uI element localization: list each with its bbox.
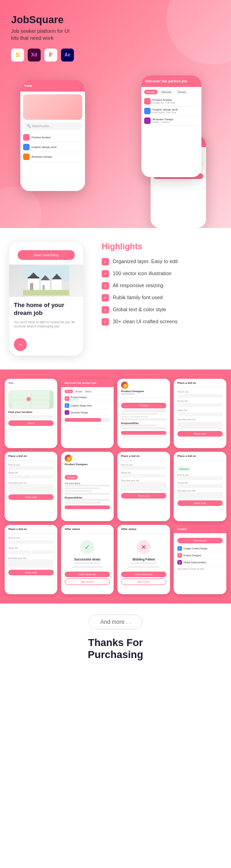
back-to-jobs-btn[interactable]: Back to jobs <box>65 579 110 585</box>
resp2-lines <box>65 499 110 504</box>
screen-project-body: Find new job G Google Content Design P P… <box>174 533 226 573</box>
describe-label: Describe your bid <box>177 418 223 421</box>
job-name-3: Illustrator Design <box>71 411 88 414</box>
place-bid-btn[interactable] <box>65 418 101 422</box>
job-item-1: P Product Analyst Full Time <box>65 395 110 402</box>
screen-offer-failed-body: ✕ Bidding Failed Find a similar job Back… <box>117 534 170 588</box>
screen-map-header: York <box>5 379 57 388</box>
bid2-apply-1 <box>8 475 30 479</box>
location-input <box>8 415 54 419</box>
bid4-desc <box>8 560 54 568</box>
r2-line-1 <box>65 499 110 501</box>
remote-badge: Remote <box>65 475 78 480</box>
job-dot-3: I <box>65 410 69 415</box>
tab-remote: Remote <box>74 390 83 393</box>
s-line-1 <box>74 562 101 564</box>
screens-row-1: York Find your location Search Dis <box>5 379 226 448</box>
phone-main-image <box>23 94 82 120</box>
dream-phone-wrap: Start searching <box>9 242 92 356</box>
highlight-text-4: Rubik family font used <box>113 294 163 301</box>
desc-line-2 <box>121 413 157 415</box>
footer-section: And more . . Thanks For Purchasing <box>0 603 231 672</box>
screen-bid4-body: Post to you Apply bid Describe your bid … <box>5 534 57 578</box>
place-bid-detail-btn[interactable] <box>121 431 166 435</box>
brand-name: JobSquare <box>11 14 220 26</box>
phone-right-item-2: Graphic design work Local found · Part T… <box>144 106 199 116</box>
resp-line-2 <box>121 427 166 429</box>
apply-now-btn[interactable]: Full time <box>121 403 166 408</box>
location-btn[interactable]: Search <box>8 420 54 426</box>
phone-item-dot-1 <box>23 134 30 141</box>
location-label: Find your location <box>8 411 54 413</box>
job-dot-1: P <box>65 396 69 401</box>
screen-bid-body: Post to you Hourly bid Apply bid Describ… <box>174 388 226 439</box>
job-item-2: G Graphic design work <box>65 402 110 409</box>
svg-rect-11 <box>23 290 69 295</box>
success-lines <box>65 562 110 569</box>
thanks-title-line1: Thanks For <box>11 637 220 649</box>
map-visual <box>8 390 54 409</box>
screen-bid-success: Place a bid on Success Post to you Hourl… <box>174 452 226 521</box>
tool-icons-row: S Xd F Ae <box>11 49 220 62</box>
place-bid-submit-btn[interactable]: Place a bid <box>177 431 223 437</box>
job-description-label: Job description <box>121 393 166 395</box>
bid4-apply-a <box>8 550 30 554</box>
screen-bid4-header: Place a bid on <box>5 525 57 534</box>
bid3-submit-btn[interactable]: Place a bid <box>121 493 166 499</box>
dream-arrow-btn[interactable]: → <box>14 338 27 351</box>
project-job-1: G Google Content Design <box>177 545 223 552</box>
screen-bid-success-body: Success Post to you Hourly bid Describe … <box>174 461 226 509</box>
screen-map-body: Find your location Search <box>5 388 57 429</box>
figma-icon: F <box>44 49 57 62</box>
highlight-item-2: ✓ 100 vector icon illustration <box>102 270 222 277</box>
screen-bid-2: Place a bid on Post to you Apply bid Des… <box>5 452 57 521</box>
check-icon-1: ✓ <box>102 258 109 265</box>
highlight-item-3: ✓ All responsive resizing <box>102 282 222 289</box>
project-job-3: D Global Impact product <box>177 559 223 566</box>
screen-discover-header: Discover the perfect job <box>61 379 114 387</box>
project-more-label: And more to show up here <box>177 567 223 570</box>
bid2-desc <box>8 484 54 492</box>
svg-point-16 <box>26 396 31 402</box>
bid4-submit-btn[interactable]: Place a bid <box>8 570 54 575</box>
place-bid-btn-2[interactable] <box>65 505 110 509</box>
d2-line-1 <box>65 485 110 486</box>
project-job-2: P Product Designer <box>177 552 223 559</box>
screen-offer-success: Offer status ✓ Successful deals Find a s… <box>61 525 114 594</box>
screens-section: York Find your location Search Dis <box>0 369 231 603</box>
highlight-item-5: ✓ Global text & color style <box>102 306 222 314</box>
job-dot-2: G <box>65 403 69 408</box>
screen-bid3-body: Post to you Week bid Describe your bid P… <box>117 461 170 501</box>
phone-item-text-2: Graphic design work <box>31 146 57 148</box>
success-circle-icon: ✓ <box>80 540 94 554</box>
svg-rect-4 <box>30 283 33 290</box>
screen-offer-success-body: ✓ Successful deals Find a similar job Ba… <box>61 534 114 588</box>
find-new-job-btn[interactable]: Find new job <box>177 538 223 543</box>
bid2-apply-2 <box>31 475 54 479</box>
project-job-name-1: Google Content Design <box>183 547 207 550</box>
highlights-wrap: Highlights ✓ Organized layer. Easy to ed… <box>102 242 222 356</box>
dream-job-title: The home of your dream job <box>14 302 79 317</box>
phone-item-3: Illustrator Design <box>23 152 82 162</box>
phone-main-header: York <box>20 80 85 92</box>
save-btn[interactable] <box>103 418 110 422</box>
screen-bid-1: Place a bid on Post to you Hourly bid Ap… <box>174 379 226 448</box>
success-small-badge: Success <box>177 467 191 471</box>
success-submit-btn[interactable]: Place a bid <box>177 500 223 506</box>
f-line-2 <box>128 566 160 568</box>
phone-right-dot-1 <box>144 98 151 105</box>
check-icon-5: ✓ <box>102 306 109 314</box>
resp-line-1 <box>121 425 157 426</box>
back-to-jobs-btn-2[interactable]: Back to jobs <box>121 579 166 585</box>
google-logo: G <box>121 382 128 389</box>
more-button[interactable]: And more . . <box>89 615 142 629</box>
phone-right-item-1: Product Analyst Google Inc · Full Time <box>144 97 199 106</box>
find-similar-btn[interactable]: Find a similar job <box>65 572 110 577</box>
phone-item-2: Graphic design work <box>23 142 82 152</box>
bid2-submit-btn[interactable]: Place a bid <box>8 494 54 500</box>
start-searching-btn[interactable]: Start searching <box>18 250 75 260</box>
bid-textarea <box>177 422 223 429</box>
bidding-failed-label: Bidding Failed <box>121 558 166 561</box>
screen-map: York Find your location Search <box>5 379 57 448</box>
find-new-btn[interactable]: Find a similar job <box>121 572 166 577</box>
